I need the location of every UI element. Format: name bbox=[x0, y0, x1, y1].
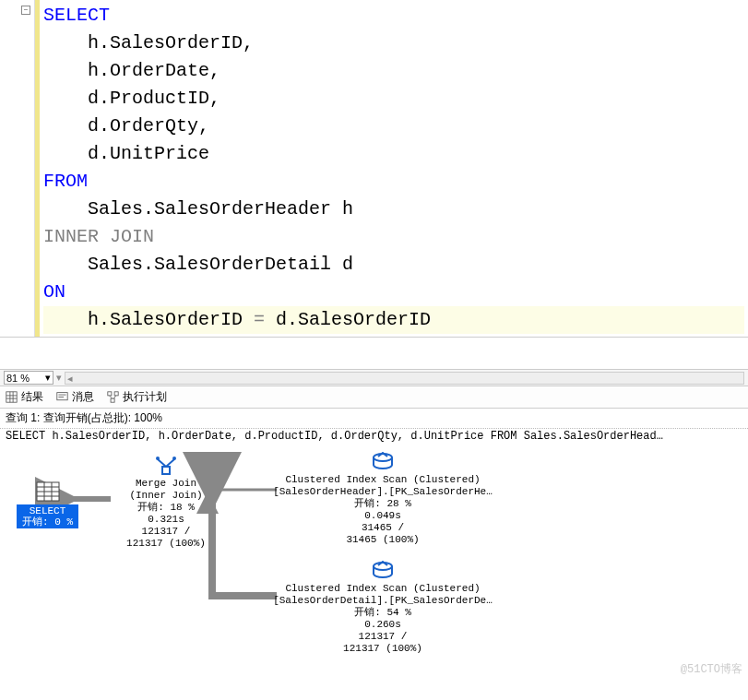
editor-splitter[interactable] bbox=[0, 338, 748, 369]
zoom-value: 81 % bbox=[6, 373, 30, 384]
tab-execution-plan[interactable]: 执行计划 bbox=[107, 389, 167, 405]
svg-point-21 bbox=[156, 457, 160, 460]
zoom-bar: 81 % ▾ ▾ ◂ bbox=[0, 369, 748, 386]
svg-rect-10 bbox=[111, 398, 114, 402]
plan-node-select[interactable]: SELECT 开销: 0 % bbox=[17, 481, 78, 528]
results-tabs: 结果 消息 执行计划 bbox=[0, 386, 748, 409]
node-rows-pct: 31465 (100%) bbox=[267, 534, 498, 546]
node-rows-pct: 121317 (100%) bbox=[113, 538, 220, 550]
plan-node-scan-detail[interactable]: Clustered Index Scan (Clustered) [SalesO… bbox=[267, 561, 498, 655]
code-text[interactable]: SELECT h.SalesOrderID, h.OrderDate, d.Pr… bbox=[40, 0, 748, 337]
fold-toggle-icon[interactable]: − bbox=[21, 6, 30, 15]
plan-icon bbox=[107, 391, 119, 403]
query-cost-header: 查询 1: 查询开销(占总批): 100% bbox=[0, 409, 748, 429]
node-title: Clustered Index Scan (Clustered) bbox=[267, 474, 498, 486]
chevron-down-icon: ▾ bbox=[45, 372, 51, 384]
svg-point-23 bbox=[374, 454, 392, 461]
tab-label: 消息 bbox=[72, 389, 94, 405]
node-obj: [SalesOrderHeader].[PK_SalesOrderHe… bbox=[267, 486, 498, 498]
node-rows: 121317 / bbox=[113, 526, 220, 538]
tab-results[interactable]: 结果 bbox=[6, 389, 43, 405]
node-rows-pct: 121317 (100%) bbox=[267, 643, 498, 655]
node-time: 0.321s bbox=[113, 514, 220, 526]
sql-editor[interactable]: − SELECT h.SalesOrderID, h.OrderDate, d.… bbox=[0, 0, 748, 338]
svg-line-12 bbox=[113, 396, 115, 398]
messages-icon bbox=[56, 391, 68, 403]
node-time: 0.049s bbox=[267, 510, 498, 522]
select-result-icon bbox=[17, 481, 78, 504]
node-title: Clustered Index Scan (Clustered) bbox=[267, 583, 498, 595]
merge-join-icon bbox=[113, 456, 220, 476]
query-sql-text: SELECT h.SalesOrderID, h.OrderDate, d.Pr… bbox=[0, 429, 748, 448]
dropdown-marker-icon: ▾ bbox=[56, 372, 62, 384]
node-rows: 121317 / bbox=[267, 631, 498, 643]
execution-plan-diagram[interactable]: SELECT 开销: 0 % Merge Join (Inner Join) 开… bbox=[0, 448, 748, 681]
clustered-scan-icon bbox=[267, 452, 498, 472]
tab-label: 执行计划 bbox=[123, 389, 167, 405]
zoom-dropdown[interactable]: 81 % ▾ bbox=[4, 371, 53, 385]
grid-icon bbox=[6, 391, 18, 403]
svg-point-22 bbox=[172, 457, 176, 460]
svg-rect-8 bbox=[108, 392, 112, 396]
svg-rect-20 bbox=[162, 467, 170, 474]
svg-rect-0 bbox=[6, 392, 17, 402]
svg-line-11 bbox=[109, 396, 112, 398]
node-cost: 开销: 54 % bbox=[267, 607, 498, 619]
node-title: Merge Join bbox=[113, 478, 220, 490]
plan-node-scan-header[interactable]: Clustered Index Scan (Clustered) [SalesO… bbox=[267, 452, 498, 546]
node-time: 0.260s bbox=[267, 619, 498, 631]
plan-node-merge-join[interactable]: Merge Join (Inner Join) 开销: 18 % 0.321s … bbox=[113, 456, 220, 550]
svg-point-24 bbox=[374, 563, 392, 570]
node-cost: 开销: 18 % bbox=[113, 502, 220, 514]
svg-rect-5 bbox=[57, 393, 67, 400]
editor-scrollbar[interactable]: ◂ bbox=[65, 372, 744, 385]
node-sub: (Inner Join) bbox=[113, 490, 220, 502]
scroll-left-icon[interactable]: ◂ bbox=[67, 373, 73, 385]
clustered-scan-icon bbox=[267, 561, 498, 581]
node-rows: 31465 / bbox=[267, 522, 498, 534]
node-cost: 开销: 0 % bbox=[22, 516, 73, 528]
editor-gutter: − bbox=[0, 0, 35, 337]
tab-label: 结果 bbox=[21, 389, 43, 405]
node-obj: [SalesOrderDetail].[PK_SalesOrderDe… bbox=[267, 595, 498, 607]
watermark: @51CTO博客 bbox=[681, 661, 742, 677]
tab-messages[interactable]: 消息 bbox=[56, 389, 94, 405]
node-cost: 开销: 28 % bbox=[267, 498, 498, 510]
node-title: SELECT bbox=[22, 505, 73, 516]
svg-rect-9 bbox=[114, 392, 118, 396]
